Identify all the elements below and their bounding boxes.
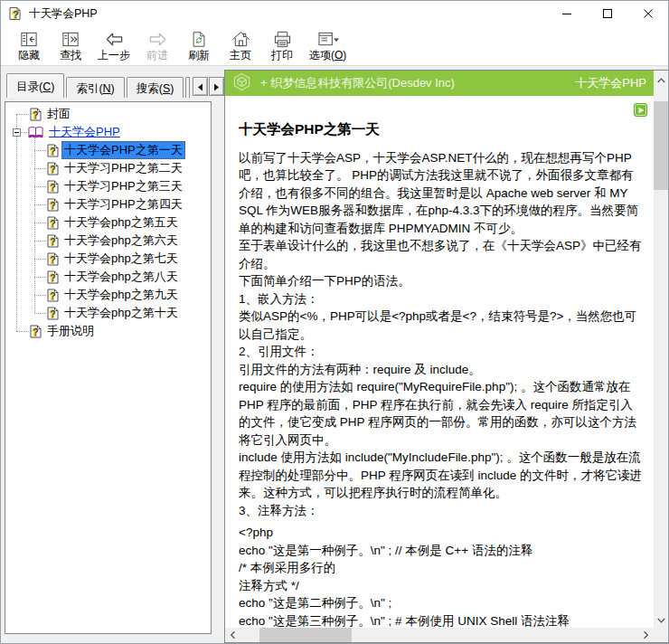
- tree-item-9[interactable]: ?十天学会php之第八天: [5, 268, 211, 286]
- play-next-icon[interactable]: [634, 103, 647, 117]
- scroll-right-button[interactable]: [638, 628, 654, 642]
- help-viewer-window: ? 十天学会PHP 隐藏查找上一步前进刷新主页打印选项(O) 目录(C)索引(N…: [0, 0, 669, 644]
- tree-item-label[interactable]: 十天学会php之第九天: [61, 286, 181, 304]
- svg-text:?: ?: [50, 147, 55, 156]
- tree-item-12[interactable]: ?手册说明: [5, 322, 211, 340]
- minimize-button[interactable]: [546, 1, 587, 26]
- tree-item-1[interactable]: 十天学会PHP: [5, 123, 211, 141]
- tree-item-8[interactable]: ?十天学会php之第七天: [5, 250, 211, 268]
- arrow-left-icon: [104, 28, 125, 49]
- tab-clipped[interactable]: [185, 77, 189, 98]
- desdev-logo-icon: [232, 72, 251, 95]
- tab-contents[interactable]: 目录(C): [6, 73, 64, 98]
- tree-item-label[interactable]: 十天学会php之第七天: [61, 250, 181, 268]
- tree-connector: [21, 132, 27, 133]
- close-button[interactable]: [627, 1, 668, 26]
- tab-scroll-left-button[interactable]: [193, 77, 208, 96]
- company-link[interactable]: + 织梦信息科技有限公司(Desdev Inc): [260, 75, 455, 91]
- scroll-left-button[interactable]: [225, 628, 240, 642]
- tree-connector: [34, 295, 46, 296]
- maximize-button[interactable]: [587, 1, 627, 26]
- toolbar-forward-label: 前进: [146, 49, 168, 62]
- tab-index[interactable]: 索引(N): [66, 77, 124, 98]
- minimize-icon: [562, 5, 571, 22]
- tab-search[interactable]: 搜索(S): [127, 77, 184, 98]
- horizontal-scrollbar[interactable]: [225, 628, 654, 642]
- page-title: 十天学会PHP之第一天: [239, 120, 645, 138]
- help-topic-icon: ?: [47, 180, 59, 194]
- refresh-page-icon: [190, 28, 208, 49]
- svg-text:?: ?: [50, 309, 55, 319]
- tree-item-10[interactable]: ?十天学会php之第九天: [5, 286, 211, 304]
- svg-text:?: ?: [50, 291, 55, 301]
- toolbar-find-button[interactable]: 查找: [50, 27, 91, 62]
- tree-item-label[interactable]: 十天学会php之第六天: [61, 232, 181, 250]
- tree-item-label[interactable]: 十天学会PHP: [46, 123, 123, 141]
- tree-item-6[interactable]: ?十天学会php之第五天: [5, 213, 211, 232]
- tree-item-label[interactable]: 十天学习PHP之第二天: [61, 159, 185, 177]
- scroll-up-button[interactable]: [654, 71, 668, 86]
- toolbar-home-button[interactable]: 主页: [220, 27, 261, 62]
- toolbar-print-button[interactable]: 打印: [261, 27, 303, 62]
- tree-item-label[interactable]: 十天学习PHP之第四天: [61, 195, 185, 213]
- tree-item-label[interactable]: 十天学会php之第八天: [61, 268, 181, 286]
- toolbar-options-button[interactable]: 选项(O): [303, 27, 353, 62]
- tab-scroll-right-button[interactable]: [209, 77, 224, 96]
- toolbar-hide-button[interactable]: 隐藏: [8, 27, 50, 62]
- tree-item-0[interactable]: ?封面: [5, 105, 211, 123]
- tree-item-label[interactable]: 十天学习PHP之第三天: [61, 177, 185, 195]
- vertical-scrollbar[interactable]: [654, 71, 668, 628]
- page-header: + 织梦信息科技有限公司(Desdev Inc) 十天学会PHP: [225, 71, 654, 96]
- tree-item-label[interactable]: 十天学会php之第五天: [61, 213, 181, 232]
- tree-item-4[interactable]: ?十天学习PHP之第三天: [5, 177, 211, 195]
- tree-item-7[interactable]: ?十天学会php之第六天: [5, 232, 211, 250]
- tree-connector: [34, 241, 46, 242]
- triangle-right-icon: [213, 79, 220, 95]
- scroll-down-button[interactable]: [654, 612, 668, 628]
- titlebar: ? 十天学会PHP: [1, 1, 668, 26]
- tree-connector: [34, 168, 46, 169]
- tree-connector: [34, 259, 46, 260]
- main-area: 目录(C)索引(N)搜索(S) ?封面十天学会PHP?十天学会PHP之第一天?十…: [1, 66, 668, 643]
- toolbar-refresh-label: 刷新: [188, 49, 210, 62]
- hide-panel-icon: [19, 28, 39, 49]
- help-topic-icon: ?: [30, 325, 42, 338]
- horizontal-scroll-thumb[interactable]: [259, 628, 352, 642]
- find-panel-icon: [61, 28, 80, 49]
- toolbar-back-button[interactable]: 上一步: [91, 27, 137, 62]
- window-controls: [546, 1, 668, 26]
- tree-connector: [34, 204, 46, 205]
- help-topic-icon: ?: [47, 234, 59, 248]
- book-title-label: 十天学会PHP: [575, 75, 646, 91]
- toolbar-options-label: 选项(O): [309, 49, 346, 62]
- options-menu-icon: [316, 28, 340, 49]
- vertical-scroll-thumb[interactable]: [654, 101, 668, 190]
- toolbar-print-label: 打印: [271, 49, 293, 62]
- help-topic-icon: ?: [47, 162, 59, 175]
- tree-item-label[interactable]: 手册说明: [44, 322, 97, 340]
- tree-item-label[interactable]: 十天学会PHP之第一天: [61, 141, 185, 159]
- toolbar-refresh-button[interactable]: 刷新: [178, 27, 220, 62]
- help-topic-icon: ?: [47, 216, 59, 230]
- tree-connector: [34, 223, 46, 223]
- tree-item-5[interactable]: ?十天学习PHP之第四天: [5, 195, 211, 213]
- tree-item-3[interactable]: ?十天学习PHP之第二天: [5, 159, 211, 177]
- tree-item-label[interactable]: 十天学会php之第十天: [61, 304, 181, 322]
- home-icon: [231, 28, 251, 49]
- tree-item-2[interactable]: ?十天学会PHP之第一天: [5, 141, 211, 159]
- svg-text:?: ?: [50, 201, 55, 211]
- tree-connector: [34, 150, 46, 151]
- toolbar-hide-label: 隐藏: [18, 49, 40, 62]
- collapse-minus-icon[interactable]: [13, 128, 21, 137]
- tree-item-11[interactable]: ?十天学会php之第十天: [5, 304, 211, 322]
- svg-text:?: ?: [13, 9, 19, 20]
- printer-icon: [272, 28, 293, 49]
- arrow-right-icon: [147, 28, 168, 49]
- topic-page: + 织梦信息科技有限公司(Desdev Inc) 十天学会PHP 十天学会PHP…: [225, 71, 654, 628]
- toolbar-find-label: 查找: [60, 49, 81, 62]
- tree-item-label[interactable]: 封面: [44, 105, 73, 123]
- content-paragraph-1: <?php echo "这是第一种例子。\n" ; // 本例是 C++ 语法的…: [239, 524, 645, 628]
- maximize-icon: [603, 5, 612, 22]
- tab-bar: 目录(C)索引(N)搜索(S): [6, 73, 224, 98]
- navigation-panel: 目录(C)索引(N)搜索(S) ?封面十天学会PHP?十天学会PHP之第一天?十…: [1, 66, 224, 643]
